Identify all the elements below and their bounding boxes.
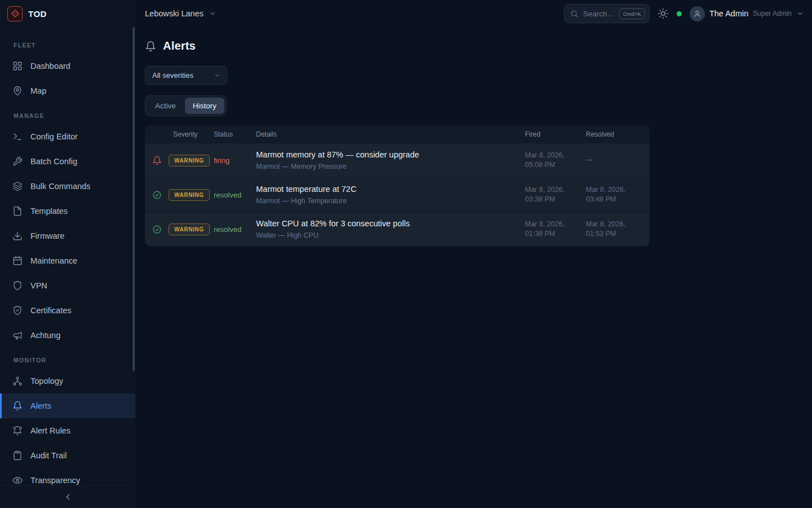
file-icon [12,206,23,216]
sidebar-item-batch-config[interactable]: Batch Config [0,149,135,174]
page-title: Alerts [163,40,196,52]
logo-diamond-icon [11,10,19,17]
chevron-down-icon [214,72,221,79]
tabs-wrap: ActiveHistory [145,95,802,116]
chevron-down-icon [796,10,804,17]
org-name: Lebowski Lanes [145,9,204,18]
check-circle-icon [152,225,162,234]
table-body: WARNINGfiringMarmot memory at 87% — cons… [145,143,650,246]
sidebar-item-alert-rules[interactable]: Alert Rules [0,418,135,443]
sidebar-section-monitor: MONITORTopologyAlertsAlert RulesAudit Tr… [0,350,135,485]
sidebar-item-achtung[interactable]: Achtung [0,323,135,348]
sidebar: TOD FLEETDashboardMapMANAGEConfig Editor… [0,0,135,508]
status-text: resolved [214,225,241,234]
sidebar-item-map[interactable]: Map [0,78,135,103]
table-header: SeverityStatusDetailsFiredResolved [145,125,650,143]
sidebar-item-bulk-commands[interactable]: Bulk Commands [0,174,135,199]
calendar-icon [12,256,23,266]
tab-history[interactable]: History [185,98,224,114]
sidebar-item-label: Bulk Commands [30,182,90,191]
search-icon [570,10,579,18]
sidebar-item-label: Certificates [30,306,72,315]
bell-icon [145,41,156,52]
search-input[interactable]: Search... Cmd+K [564,4,650,23]
alert-title: Walter CPU at 82% for 3 consecutive poll… [256,219,525,228]
sidebar-header: TOD [0,0,135,27]
search-shortcut-badge: Cmd+K [619,8,645,19]
eye-icon [12,475,23,485]
sidebar-item-firmware[interactable]: Firmware [0,224,135,248]
th-fired: Fired [525,130,586,138]
wrench-icon [12,156,23,167]
sidebar-item-templates[interactable]: Templates [0,199,135,224]
theme-toggle-button[interactable] [657,8,669,19]
sidebar-item-label: Config Editor [30,132,78,141]
sidebar-item-vpn[interactable]: VPN [0,273,135,298]
sidebar-item-label: Alert Rules [30,426,70,435]
sidebar-collapse-button[interactable] [63,492,73,502]
topbar-right: Search... Cmd+K The Admin Super Admin [564,4,804,23]
app-logo-icon [7,6,23,21]
shield-icon [12,281,23,291]
sidebar-item-transparency[interactable]: Transparency [0,468,135,485]
bell-icon [152,156,162,165]
megaphone-icon [12,330,23,340]
alert-row[interactable]: WARNINGresolvedWalter CPU at 82% for 3 c… [145,212,650,246]
sidebar-item-label: Achtung [30,331,60,340]
user-role: Super Admin [753,10,792,17]
sidebar-item-label: Topology [30,376,63,386]
page-header: Alerts [145,40,802,52]
alert-subtitle: Walter — High CPU [256,231,525,239]
resolved-time: — [586,155,650,165]
sidebar-item-label: Templates [30,207,68,216]
section-label: MANAGE [0,106,135,124]
sidebar-item-label: Maintenance [30,256,77,265]
severity-badge: WARNING [169,224,210,235]
section-label: MONITOR [0,350,135,369]
sidebar-section-manage: MANAGEConfig EditorBatch ConfigBulk Comm… [0,106,135,348]
bell-icon [12,401,23,411]
alert-row[interactable]: WARNINGfiringMarmot memory at 87% — cons… [145,143,650,177]
user-menu[interactable]: The Admin Super Admin [690,6,804,21]
sidebar-section-fleet: FLEETDashboardMap [0,35,135,103]
sidebar-item-dashboard[interactable]: Dashboard [0,54,135,78]
sidebar-item-label: Map [30,86,46,95]
sidebar-nav: FLEETDashboardMapMANAGEConfig EditorBatc… [0,27,135,485]
sidebar-item-maintenance[interactable]: Maintenance [0,248,135,273]
alert-title: Marmot memory at 87% — consider upgrade [256,150,525,159]
org-selector[interactable]: Lebowski Lanes [145,9,217,18]
severity-filter-value: All severities [152,71,193,80]
sidebar-footer [0,485,135,508]
alert-row[interactable]: WARNINGresolvedMarmot temperature at 72C… [145,177,650,212]
sidebar-item-label: Transparency [30,476,80,485]
sidebar-item-audit-trail[interactable]: Audit Trail [0,443,135,468]
avatar [690,6,705,21]
map-pin-icon [12,86,23,96]
sidebar-item-topology[interactable]: Topology [0,369,135,393]
sidebar-item-label: Dashboard [30,62,70,71]
check-circle-icon [152,190,162,200]
th-details: Details [256,130,525,138]
fired-time: Mar 8, 2026, 01:38 PM [525,220,586,239]
topbar: Lebowski Lanes Search... Cmd+K The Admin… [135,0,812,27]
status-text: resolved [214,191,241,199]
severity-badge: WARNING [169,155,210,167]
sidebar-scrollbar[interactable] [133,27,135,371]
resolved-time: Mar 8, 2026, 03:48 PM [586,185,650,205]
sidebar-item-label: Audit Trail [30,451,67,460]
th-status: Status [214,130,256,138]
sidebar-item-alerts[interactable]: Alerts [0,393,135,418]
network-icon [12,376,23,386]
sidebar-item-config-editor[interactable]: Config Editor [0,124,135,149]
tab-active[interactable]: Active [147,98,184,114]
terminal-icon [12,132,23,142]
grid-icon [12,61,23,71]
severity-filter-select[interactable]: All severities [145,66,227,85]
user-name: The Admin [709,9,748,18]
sidebar-item-certificates[interactable]: Certificates [0,298,135,323]
fired-time: Mar 8, 2026, 03:38 PM [525,185,586,205]
content: Alerts All severities ActiveHistory Seve… [135,27,812,254]
sidebar-item-label: Batch Config [30,157,77,166]
th-resolved: Resolved [586,130,650,138]
shield-check-icon [12,305,23,316]
